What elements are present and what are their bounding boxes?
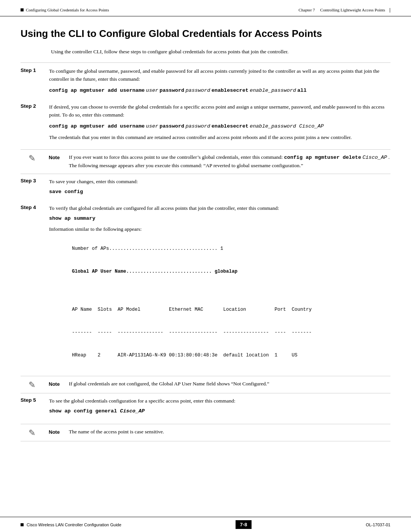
page-footer: Cisco Wireless LAN Controller Configurat…: [0, 517, 411, 532]
cmd1-part5: enablesecret: [212, 88, 249, 93]
step-1-label: Step 1: [21, 67, 49, 73]
note-3-icon-area: ✎: [21, 428, 43, 437]
note-1-block: ✎ Note If you ever want to force this ac…: [21, 149, 390, 174]
step-2-content: If desired, you can choose to override t…: [49, 103, 390, 144]
note-3-label: Note: [49, 428, 66, 435]
note-2-block: ✎ Note If global credentials are not con…: [21, 376, 390, 393]
code-block: Number of APs...........................…: [49, 237, 390, 367]
step-2-label: Step 2: [21, 103, 49, 109]
note-3-pencil-icon: ✎: [29, 429, 35, 437]
cmd1-part6: enable_password: [250, 88, 296, 93]
step-5-command: show ap config general Cisco_AP: [49, 407, 390, 415]
note-2-label: Note: [49, 380, 66, 387]
header-left: Configuring Global Credentials for Acces…: [21, 8, 109, 12]
page-title: Using the CLI to Configure Global Creden…: [21, 28, 390, 40]
note-1-text-part1: If you ever want to force this access po…: [69, 154, 284, 160]
note-pencil-icon: ✎: [29, 154, 35, 163]
step-2-text: If desired, you can choose to override t…: [49, 103, 390, 119]
note-1-inner: Note If you ever want to force this acce…: [49, 153, 390, 170]
cmd2-part6: enable_password Cisco_AP: [250, 123, 323, 129]
step-5-label: Step 5: [21, 397, 49, 403]
cmd1-part3: password: [159, 88, 184, 93]
note-3-block: ✎ Note The name of the access point is c…: [21, 424, 390, 441]
cmd2-part4: password: [186, 123, 210, 129]
step-4-label: Step 4: [21, 204, 49, 210]
note-2-pencil-icon: ✎: [29, 381, 35, 389]
step-3-label: Step 3: [21, 178, 49, 184]
note-1-cmd-bold: config ap mgmtuser delete: [284, 155, 361, 160]
footer-page-number: 7-8: [236, 520, 252, 529]
step-4-content: To verify that global credentials are co…: [49, 204, 390, 371]
footer-square-icon: [21, 523, 24, 526]
cmd1-part4: password: [186, 88, 210, 93]
step-3-command: save config: [49, 188, 390, 196]
code-line4: AP Name Slots AP Model Ethernet MAC Loca…: [72, 307, 312, 312]
cmd2-part5: enablesecret: [212, 123, 249, 129]
cmd1-part2: user: [146, 88, 158, 93]
header-chapter: Configuring Global Credentials for Acces…: [26, 8, 109, 12]
step-4-block: Step 4 To verify that global credentials…: [21, 204, 390, 371]
code-line5: ------- ----- ---------------- ---------…: [72, 330, 312, 335]
header-right: Chapter 7 Controlling Lightweight Access…: [298, 7, 390, 13]
step-5-cmd-bold: show ap config general: [49, 408, 117, 414]
step-1-content: To configure the global username, passwo…: [49, 67, 390, 98]
note-1-text: If you ever want to force this access po…: [69, 153, 390, 170]
step-2-extra: The credentials that you enter in this c…: [49, 134, 390, 142]
intro-paragraph: Using the controller CLI, follow these s…: [51, 48, 390, 56]
cmd2-part2: user: [146, 123, 158, 129]
footer-doc-number: OL-17037-01: [366, 522, 390, 527]
code-line2: Global AP User Name.....................…: [72, 269, 237, 274]
step-1-command: config ap mgmtuser add username user pas…: [49, 86, 390, 95]
cmd2-part1: config ap mgmtuser add username: [49, 123, 145, 129]
step-4-text: To verify that global credentials are co…: [49, 204, 390, 212]
footer-title: Cisco Wireless LAN Controller Configurat…: [27, 522, 121, 527]
code-line1: Number of APs...........................…: [72, 246, 223, 251]
step-3-content: To save your changes, enter this command…: [49, 178, 390, 199]
note-2-text: If global credentials are not configured…: [69, 380, 269, 388]
chapter-title: Controlling Lightweight Access Points: [320, 8, 385, 12]
step-4-command: show ap summary: [49, 215, 390, 223]
step-3-text: To save your changes, enter this command…: [49, 178, 390, 186]
step-5-text: To see the global credentials configurat…: [49, 397, 390, 405]
note-1-icon-area: ✎: [21, 153, 43, 163]
step-4-info: Information similar to the following app…: [49, 225, 390, 233]
step-2-command: config ap mgmtuser add username user pas…: [49, 122, 390, 131]
footer-left: Cisco Wireless LAN Controller Configurat…: [21, 522, 121, 527]
step-5-block: Step 5 To see the global credentials con…: [21, 397, 390, 419]
note-2-icon-area: ✎: [21, 380, 43, 389]
note-1-cmd-italic: Cisco_AP: [362, 155, 387, 160]
header-square-icon: [21, 8, 24, 11]
step-3-block: Step 3 To save your changes, enter this …: [21, 178, 390, 199]
cmd1-part7: all: [297, 88, 306, 93]
step-5-content: To see the global credentials configurat…: [49, 397, 390, 419]
step-1-text: To configure the global username, passwo…: [49, 67, 390, 83]
step-2-block: Step 2 If desired, you can choose to ove…: [21, 103, 390, 144]
note-1-label: Note: [49, 153, 66, 160]
note-3-inner: Note The name of the access point is cas…: [49, 428, 164, 436]
note-3-text: The name of the access point is case sen…: [69, 428, 164, 436]
cmd2-part3: password: [159, 123, 184, 129]
note-2-inner: Note If global credentials are not confi…: [49, 380, 269, 388]
code-line6: HReap 2 AIR-AP1131AG-N-K9 00:13:80:60:48…: [72, 353, 298, 358]
section-divider: [21, 62, 390, 63]
cmd1-part1: config ap mgmtuser add username: [49, 88, 145, 93]
chapter-label: Chapter 7: [298, 8, 315, 12]
main-content: Using the CLI to Configure Global Creden…: [0, 16, 411, 476]
page-header: Configuring Global Credentials for Acces…: [0, 0, 411, 16]
step-5-cmd-italic: Cisco_AP: [120, 408, 145, 414]
step-1-block: Step 1 To configure the global username,…: [21, 67, 390, 98]
